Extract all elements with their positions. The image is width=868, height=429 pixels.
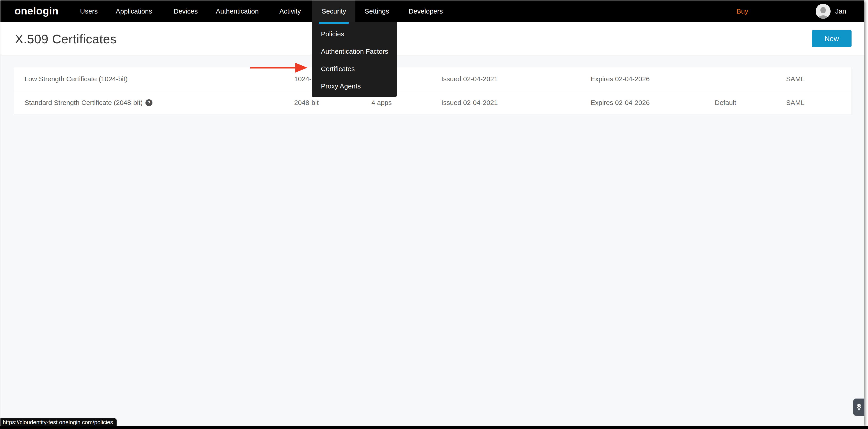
certificate-default-badge: Default (703, 99, 748, 107)
active-tab-indicator (319, 22, 349, 24)
nav-item-security-label: Security (321, 7, 346, 15)
top-nav: onelogin Users Applications Devices Auth… (0, 0, 864, 22)
menu-item-authentication-factors[interactable]: Authentication Factors (312, 42, 397, 60)
menu-item-certificates[interactable]: Certificates (312, 60, 397, 78)
user-name[interactable]: Jan (835, 0, 846, 22)
page-content: Low Strength Certificate (1024-bit) 1024… (0, 56, 864, 426)
page-title: X.509 Certificates (15, 32, 117, 46)
user-avatar[interactable] (816, 4, 831, 19)
certificate-key-size: 2048-bit (253, 99, 319, 107)
nav-item-applications[interactable]: Applications (116, 0, 152, 22)
person-icon (816, 4, 831, 19)
buy-link[interactable]: Buy (737, 0, 748, 22)
help-icon[interactable]: ? (146, 99, 152, 106)
certificate-issued: Issued 02-04-2021 (392, 75, 577, 83)
feedback-tab[interactable] (853, 399, 864, 416)
certificate-type: SAML (748, 99, 851, 107)
lightbulb-icon (855, 403, 863, 411)
nav-item-activity[interactable]: Activity (279, 0, 301, 22)
nav-item-authentication[interactable]: Authentication (216, 0, 259, 22)
browser-screenshot: onelogin Users Applications Devices Auth… (0, 0, 868, 429)
certificate-issued: Issued 02-04-2021 (392, 99, 577, 107)
certificate-name: Standard Strength Certificate (2048-bit)… (14, 99, 253, 107)
certificates-table: Low Strength Certificate (1024-bit) 1024… (14, 67, 852, 114)
nav-item-devices[interactable]: Devices (174, 0, 198, 22)
table-row-standard-strength[interactable]: Standard Strength Certificate (2048-bit)… (14, 91, 851, 114)
certificate-type: SAML (748, 75, 851, 83)
nav-item-users[interactable]: Users (80, 0, 98, 22)
window-bottom-edge (0, 426, 868, 429)
onelogin-logo[interactable]: onelogin (14, 0, 59, 22)
nav-item-developers[interactable]: Developers (409, 0, 443, 22)
table-row-low-strength[interactable]: Low Strength Certificate (1024-bit) 1024… (14, 67, 851, 91)
menu-item-proxy-agents[interactable]: Proxy Agents (312, 78, 397, 95)
security-dropdown-menu: Policies Authentication Factors Certific… (312, 22, 397, 97)
status-bar-url: https://cloudentity-test.onelogin.com/po… (0, 419, 117, 426)
certificate-key-size: 1024-bit (253, 75, 319, 83)
app-window: onelogin Users Applications Devices Auth… (0, 0, 864, 426)
certificate-apps: 4 apps (319, 99, 392, 107)
new-certificate-button[interactable]: New (812, 30, 851, 47)
menu-item-policies[interactable]: Policies (312, 25, 397, 42)
nav-item-settings[interactable]: Settings (365, 0, 389, 22)
certificate-expires: Expires 02-04-2026 (577, 75, 703, 83)
certificate-expires: Expires 02-04-2026 (577, 99, 703, 107)
nav-item-security[interactable]: Security (312, 0, 355, 22)
certificate-name: Low Strength Certificate (1024-bit) (14, 75, 253, 83)
page-header: X.509 Certificates New (0, 22, 864, 56)
